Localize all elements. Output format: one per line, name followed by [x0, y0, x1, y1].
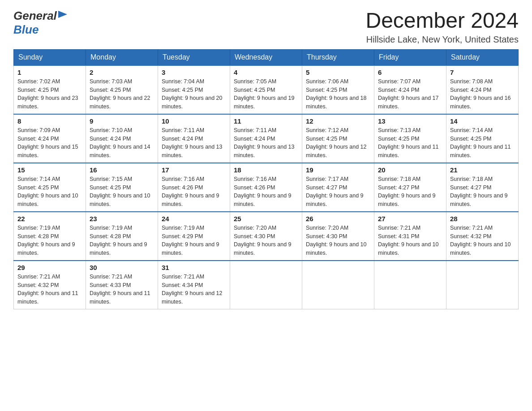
day-number: 31: [162, 264, 226, 271]
day-number: 18: [234, 166, 298, 174]
calendar-week-row: 15Sunrise: 7:14 AMSunset: 4:25 PMDayligh…: [14, 163, 519, 212]
day-info: Sunrise: 7:21 AMSunset: 4:32 PMDaylight:…: [17, 273, 82, 306]
day-info: Sunrise: 7:21 AMSunset: 4:31 PMDaylight:…: [378, 224, 442, 257]
day-info: Sunrise: 7:02 AMSunset: 4:25 PMDaylight:…: [17, 77, 82, 111]
day-number: 17: [162, 166, 226, 174]
day-number: 20: [378, 166, 442, 174]
table-row: 18Sunrise: 7:16 AMSunset: 4:26 PMDayligh…: [230, 163, 302, 212]
table-row: 10Sunrise: 7:11 AMSunset: 4:24 PMDayligh…: [158, 114, 230, 163]
day-number: 11: [234, 117, 298, 125]
table-row: 29Sunrise: 7:21 AMSunset: 4:32 PMDayligh…: [14, 261, 86, 309]
table-row: 28Sunrise: 7:21 AMSunset: 4:32 PMDayligh…: [446, 212, 519, 261]
day-number: 5: [306, 68, 370, 76]
calendar-header-row: Sunday Monday Tuesday Wednesday Thursday…: [14, 49, 519, 65]
table-row: 7Sunrise: 7:08 AMSunset: 4:24 PMDaylight…: [446, 65, 519, 114]
day-info: Sunrise: 7:19 AMSunset: 4:28 PMDaylight:…: [90, 224, 154, 257]
day-number: 30: [90, 264, 154, 271]
day-number: 15: [17, 166, 82, 174]
table-row: 24Sunrise: 7:19 AMSunset: 4:29 PMDayligh…: [158, 212, 230, 261]
calendar-week-row: 29Sunrise: 7:21 AMSunset: 4:32 PMDayligh…: [14, 261, 519, 309]
day-info: Sunrise: 7:21 AMSunset: 4:32 PMDaylight:…: [450, 224, 515, 257]
day-info: Sunrise: 7:16 AMSunset: 4:26 PMDaylight:…: [234, 175, 298, 209]
header-sunday: Sunday: [14, 49, 86, 65]
logo-flag-icon: [58, 11, 68, 22]
day-info: Sunrise: 7:07 AMSunset: 4:24 PMDaylight:…: [378, 77, 442, 111]
day-number: 12: [306, 117, 370, 125]
calendar-week-row: 8Sunrise: 7:09 AMSunset: 4:24 PMDaylight…: [14, 114, 519, 163]
table-row: 5Sunrise: 7:06 AMSunset: 4:25 PMDaylight…: [302, 65, 374, 114]
day-info: Sunrise: 7:20 AMSunset: 4:30 PMDaylight:…: [306, 224, 370, 257]
day-info: Sunrise: 7:14 AMSunset: 4:25 PMDaylight:…: [17, 175, 82, 209]
logo-general-text: General: [13, 9, 57, 23]
table-row: 9Sunrise: 7:10 AMSunset: 4:24 PMDaylight…: [86, 114, 158, 163]
table-row: 19Sunrise: 7:17 AMSunset: 4:27 PMDayligh…: [302, 163, 374, 212]
day-number: 28: [450, 215, 515, 223]
table-row: 21Sunrise: 7:18 AMSunset: 4:27 PMDayligh…: [446, 163, 519, 212]
day-info: Sunrise: 7:19 AMSunset: 4:29 PMDaylight:…: [162, 224, 226, 257]
day-info: Sunrise: 7:04 AMSunset: 4:25 PMDaylight:…: [162, 77, 226, 111]
table-row: 31Sunrise: 7:21 AMSunset: 4:34 PMDayligh…: [158, 261, 230, 309]
day-number: 1: [17, 68, 82, 76]
day-number: 7: [450, 68, 515, 76]
table-row: 30Sunrise: 7:21 AMSunset: 4:33 PMDayligh…: [86, 261, 158, 309]
page-header: General Blue December 2024 Hillside Lake…: [13, 9, 519, 45]
table-row: 8Sunrise: 7:09 AMSunset: 4:24 PMDaylight…: [14, 114, 86, 163]
header-friday: Friday: [374, 49, 446, 65]
table-row: 15Sunrise: 7:14 AMSunset: 4:25 PMDayligh…: [14, 163, 86, 212]
day-info: Sunrise: 7:20 AMSunset: 4:30 PMDaylight:…: [234, 224, 298, 257]
day-number: 4: [234, 68, 298, 76]
logo: General Blue: [13, 9, 68, 37]
day-info: Sunrise: 7:21 AMSunset: 4:33 PMDaylight:…: [90, 273, 154, 306]
day-info: Sunrise: 7:14 AMSunset: 4:25 PMDaylight:…: [450, 126, 515, 160]
table-row: 4Sunrise: 7:05 AMSunset: 4:25 PMDaylight…: [230, 65, 302, 114]
day-number: 29: [17, 264, 82, 271]
title-block: December 2024 Hillside Lake, New York, U…: [365, 9, 519, 45]
header-thursday: Thursday: [302, 49, 374, 65]
day-number: 25: [234, 215, 298, 223]
day-number: 8: [17, 117, 82, 125]
day-number: 21: [450, 166, 515, 174]
day-number: 16: [90, 166, 154, 174]
table-row: 16Sunrise: 7:15 AMSunset: 4:25 PMDayligh…: [86, 163, 158, 212]
day-info: Sunrise: 7:08 AMSunset: 4:24 PMDaylight:…: [450, 77, 515, 111]
day-number: 23: [90, 215, 154, 223]
table-row: 22Sunrise: 7:19 AMSunset: 4:28 PMDayligh…: [14, 212, 86, 261]
day-info: Sunrise: 7:19 AMSunset: 4:28 PMDaylight:…: [17, 224, 82, 257]
calendar-table: Sunday Monday Tuesday Wednesday Thursday…: [13, 49, 519, 309]
table-row: 20Sunrise: 7:18 AMSunset: 4:27 PMDayligh…: [374, 163, 446, 212]
day-number: 22: [17, 215, 82, 223]
table-row: 14Sunrise: 7:14 AMSunset: 4:25 PMDayligh…: [446, 114, 519, 163]
table-row: 2Sunrise: 7:03 AMSunset: 4:25 PMDaylight…: [86, 65, 158, 114]
day-info: Sunrise: 7:12 AMSunset: 4:25 PMDaylight:…: [306, 126, 370, 160]
day-number: 3: [162, 68, 226, 76]
table-row: 3Sunrise: 7:04 AMSunset: 4:25 PMDaylight…: [158, 65, 230, 114]
svg-marker-0: [58, 11, 67, 18]
day-number: 26: [306, 215, 370, 223]
table-row: [374, 261, 446, 309]
day-info: Sunrise: 7:17 AMSunset: 4:27 PMDaylight:…: [306, 175, 370, 209]
day-number: 9: [90, 117, 154, 125]
table-row: 12Sunrise: 7:12 AMSunset: 4:25 PMDayligh…: [302, 114, 374, 163]
day-info: Sunrise: 7:11 AMSunset: 4:24 PMDaylight:…: [162, 126, 226, 160]
day-info: Sunrise: 7:18 AMSunset: 4:27 PMDaylight:…: [378, 175, 442, 209]
header-saturday: Saturday: [446, 49, 519, 65]
table-row: 17Sunrise: 7:16 AMSunset: 4:26 PMDayligh…: [158, 163, 230, 212]
day-number: 14: [450, 117, 515, 125]
day-info: Sunrise: 7:03 AMSunset: 4:25 PMDaylight:…: [90, 77, 154, 111]
table-row: 11Sunrise: 7:11 AMSunset: 4:24 PMDayligh…: [230, 114, 302, 163]
logo-blue-text: Blue: [13, 23, 39, 37]
table-row: 1Sunrise: 7:02 AMSunset: 4:25 PMDaylight…: [14, 65, 86, 114]
table-row: 25Sunrise: 7:20 AMSunset: 4:30 PMDayligh…: [230, 212, 302, 261]
table-row: [302, 261, 374, 309]
day-number: 13: [378, 117, 442, 125]
location-subtitle: Hillside Lake, New York, United States: [365, 34, 519, 45]
day-info: Sunrise: 7:09 AMSunset: 4:24 PMDaylight:…: [17, 126, 82, 160]
day-number: 27: [378, 215, 442, 223]
calendar-week-row: 1Sunrise: 7:02 AMSunset: 4:25 PMDaylight…: [14, 65, 519, 114]
day-number: 6: [378, 68, 442, 76]
day-info: Sunrise: 7:18 AMSunset: 4:27 PMDaylight:…: [450, 175, 515, 209]
month-year-title: December 2024: [365, 9, 519, 33]
header-wednesday: Wednesday: [230, 49, 302, 65]
table-row: 23Sunrise: 7:19 AMSunset: 4:28 PMDayligh…: [86, 212, 158, 261]
day-number: 19: [306, 166, 370, 174]
